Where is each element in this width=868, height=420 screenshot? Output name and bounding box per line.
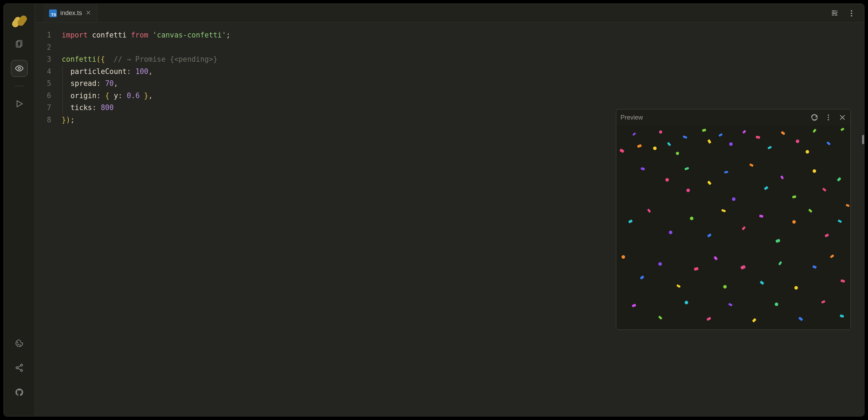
github-button[interactable] — [11, 384, 28, 401]
svg-point-2 — [18, 67, 21, 70]
svg-marker-3 — [17, 101, 22, 107]
scrollbar-mark[interactable] — [862, 135, 864, 144]
typescript-file-icon: TS — [49, 9, 57, 17]
close-preview-button[interactable] — [839, 114, 846, 121]
activity-bar — [4, 4, 35, 416]
svg-point-22 — [851, 13, 852, 14]
svg-point-4 — [17, 342, 18, 343]
svg-line-11 — [18, 368, 21, 370]
svg-point-8 — [16, 367, 18, 368]
preview-button[interactable] — [11, 60, 28, 77]
svg-point-23 — [851, 15, 852, 16]
run-button[interactable] — [11, 95, 28, 112]
svg-point-7 — [21, 364, 22, 366]
svg-point-24 — [828, 115, 829, 116]
more-button[interactable] — [847, 9, 856, 18]
svg-point-9 — [21, 370, 22, 371]
reload-preview-button[interactable] — [811, 114, 818, 121]
svg-point-25 — [828, 117, 829, 118]
tab-index-ts[interactable]: TS index.ts — [43, 4, 97, 22]
share-button[interactable] — [11, 359, 28, 376]
preview-more-button[interactable] — [825, 114, 832, 121]
preview-canvas — [616, 126, 850, 330]
tab-filename: index.ts — [60, 9, 82, 17]
main-area: TS index.ts 12345678 import confetti fro… — [35, 4, 864, 416]
code-content: import confetti from 'canvas-confetti'; … — [54, 23, 230, 416]
line-gutter: 12345678 — [35, 23, 54, 416]
preview-panel: Preview — [616, 109, 851, 330]
preview-title: Preview — [621, 114, 804, 121]
app-logo-icon — [13, 14, 26, 28]
svg-point-26 — [828, 119, 829, 121]
preview-header: Preview — [616, 109, 850, 126]
theme-button[interactable] — [11, 335, 28, 352]
svg-point-21 — [851, 10, 852, 12]
close-tab-button[interactable] — [86, 9, 91, 17]
tab-bar: TS index.ts — [35, 4, 864, 23]
svg-line-10 — [18, 366, 21, 367]
app-frame: TS index.ts 12345678 import confetti fro… — [4, 4, 864, 416]
files-button[interactable] — [11, 35, 28, 52]
svg-point-5 — [18, 344, 19, 345]
prettier-button[interactable] — [830, 9, 839, 18]
svg-point-6 — [20, 345, 20, 345]
activity-divider — [15, 86, 24, 86]
